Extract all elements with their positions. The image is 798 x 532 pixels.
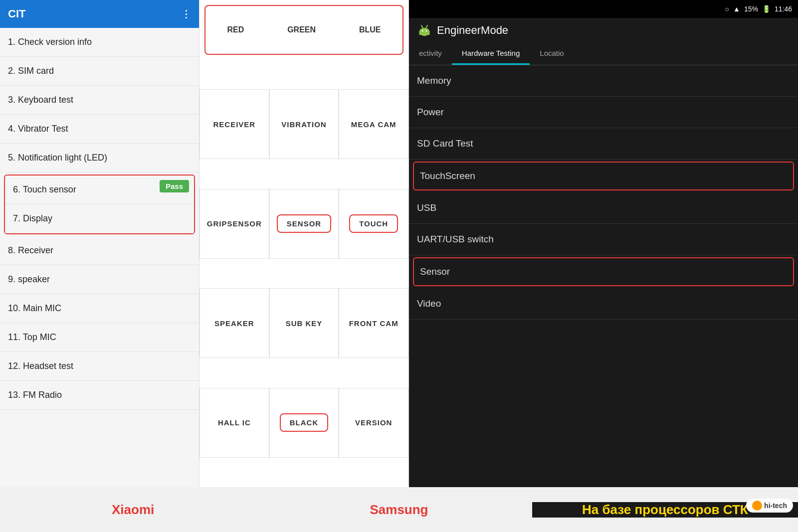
eng-item-touchscreen[interactable]: TouchScreen: [413, 162, 794, 190]
samsung-cell-touch[interactable]: TOUCH: [339, 189, 408, 259]
menu-item-6[interactable]: 6. Touch sensorPass: [5, 176, 194, 204]
samsung-cell-mega-cam[interactable]: MEGA CAM: [339, 89, 408, 159]
hitech-label: hi-tech: [764, 502, 787, 510]
eng-item-video[interactable]: Video: [409, 288, 798, 320]
engineer-list: MemoryPowerSD Card TestTouchScreenUSBUAR…: [409, 65, 798, 487]
xiaomi-header: CIT ⋮: [0, 0, 199, 28]
xiaomi-menu-list: 1. Check version info2. SIM card3. Keybo…: [0, 28, 199, 487]
engineer-title-bar: EngineerMode: [409, 18, 798, 43]
samsung-cell-front-cam[interactable]: FRONT CAM: [339, 288, 408, 358]
svg-point-3: [425, 30, 427, 31]
samsung-color-blue: BLUE: [359, 25, 381, 34]
menu-item-9[interactable]: 9. speaker: [0, 265, 199, 294]
highlighted-group: 6. Touch sensorPass7. Display: [4, 175, 195, 234]
samsung-cell-sensor[interactable]: SENSOR: [269, 189, 339, 259]
samsung-cell-version[interactable]: VERSION: [339, 388, 408, 458]
footer-samsung: Samsung: [266, 502, 532, 518]
android-icon: [417, 23, 432, 38]
samsung-cell-label: BLACK: [280, 413, 329, 432]
samsung-cell-speaker[interactable]: SPEAKER: [200, 288, 269, 358]
engineer-title: EngineerMode: [437, 24, 508, 37]
more-icon[interactable]: ⋮: [181, 8, 191, 20]
menu-item-3[interactable]: 3. Keyboard test: [0, 86, 199, 115]
menu-item-10[interactable]: 10. Main MIC: [0, 294, 199, 323]
eng-item-sd-card-test[interactable]: SD Card Test: [409, 128, 798, 160]
samsung-cell-receiver[interactable]: RECEIVER: [200, 89, 269, 159]
hitech-circle-icon: [752, 501, 762, 511]
menu-item-8[interactable]: 8. Receiver: [0, 236, 199, 265]
footer-engineer: На базе процессоров СТК hi-tech: [532, 502, 798, 518]
engineer-panel: ○ ▲ 15% 🔋 11:46 EngineerMode ectivityHar…: [409, 0, 798, 487]
xiaomi-title: CIT: [8, 7, 25, 20]
wifi-icon: ▲: [733, 5, 740, 13]
svg-rect-1: [419, 31, 430, 35]
menu-item-11[interactable]: 11. Top MIC: [0, 323, 199, 352]
samsung-cell-black[interactable]: BLACK: [269, 388, 339, 458]
svg-line-5: [426, 25, 427, 27]
eng-tab-locatio[interactable]: Locatio: [530, 43, 574, 65]
pass-badge: Pass: [160, 180, 189, 192]
menu-item-1[interactable]: 1. Check version info: [0, 28, 199, 57]
eng-tab-hardware-testing[interactable]: Hardware Testing: [452, 43, 530, 65]
samsung-cell-vibration[interactable]: VIBRATION: [269, 89, 339, 159]
footer-xiaomi-label: Xiaomi: [112, 502, 154, 518]
samsung-color-green: GREEN: [287, 25, 316, 34]
engineer-tabs: ectivityHardware TestingLocatio: [409, 43, 798, 65]
eng-item-usb[interactable]: USB: [409, 192, 798, 224]
samsung-cell-hall-ic[interactable]: HALL IC: [200, 388, 269, 458]
eng-item-uart-usb-switch[interactable]: UART/USB switch: [409, 224, 798, 255]
eng-tab-ectivity[interactable]: ectivity: [409, 43, 452, 65]
footer: Xiaomi Samsung На базе процессоров СТК h…: [0, 487, 798, 532]
xiaomi-panel: CIT ⋮ 1. Check version info2. SIM card3.…: [0, 0, 200, 487]
status-bar: ○ ▲ 15% 🔋 11:46: [409, 0, 798, 18]
svg-line-4: [421, 25, 422, 27]
hitech-badge: hi-tech: [746, 499, 793, 513]
eng-item-sensor[interactable]: Sensor: [413, 257, 794, 286]
samsung-grid: REDGREENBLUERECEIVERVIBRATIONMEGA CAMGRI…: [200, 0, 408, 487]
footer-engineer-label: На базе процессоров СТК: [582, 502, 748, 518]
samsung-cell-label: TOUCH: [349, 214, 398, 233]
menu-item-13[interactable]: 13. FM Radio: [0, 381, 199, 410]
menu-item-2[interactable]: 2. SIM card: [0, 57, 199, 86]
battery-icon: 🔋: [762, 5, 771, 13]
eng-item-power[interactable]: Power: [409, 97, 798, 128]
samsung-panel: REDGREENBLUERECEIVERVIBRATIONMEGA CAMGRI…: [200, 0, 409, 487]
samsung-top-row[interactable]: REDGREENBLUE: [204, 5, 403, 55]
samsung-color-red: RED: [227, 25, 244, 34]
menu-item-7[interactable]: 7. Display: [5, 204, 194, 233]
menu-item-4[interactable]: 4. Vibrator Test: [0, 115, 199, 144]
menu-item-12[interactable]: 12. Headset test: [0, 352, 199, 381]
clock: 11:46: [775, 5, 792, 13]
bluetooth-icon: ○: [725, 5, 729, 13]
footer-xiaomi: Xiaomi: [0, 502, 266, 518]
footer-samsung-label: Samsung: [370, 502, 428, 518]
menu-item-5[interactable]: 5. Notification light (LED): [0, 144, 199, 173]
samsung-cell-sub-key[interactable]: SUB KEY: [269, 288, 339, 358]
eng-item-memory[interactable]: Memory: [409, 65, 798, 97]
samsung-cell-label: SENSOR: [277, 214, 331, 233]
battery-text: 15%: [744, 5, 758, 13]
svg-point-2: [422, 30, 423, 31]
samsung-cell-gripsensor[interactable]: GRIPSENSOR: [200, 189, 269, 259]
